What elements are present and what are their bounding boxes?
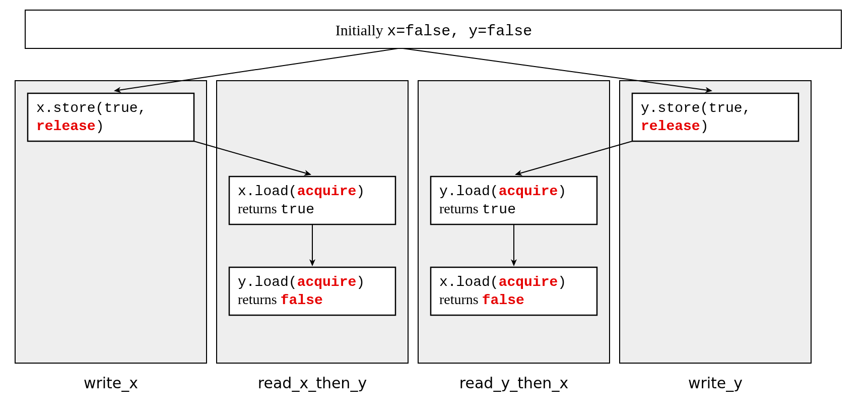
- label-read-y-then-x: read_y_then_x: [459, 374, 568, 392]
- initial-text: Initially x=false, y=false: [336, 22, 532, 40]
- label-write-x: write_x: [84, 374, 138, 392]
- label-read-x-then-y: read_x_then_y: [258, 374, 367, 392]
- label-write-y: write_y: [688, 374, 743, 392]
